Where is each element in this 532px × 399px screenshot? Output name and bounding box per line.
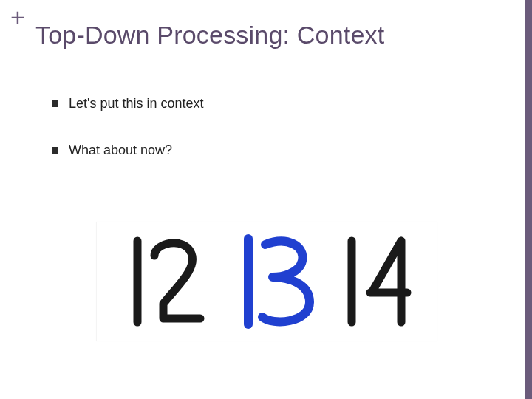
slide-accent-bar xyxy=(525,0,532,399)
context-numbers-figure xyxy=(96,222,437,341)
glyph-3-of-13 xyxy=(262,242,310,322)
glyph-2-of-12 xyxy=(154,243,200,318)
bullet-label: Let's put this in context xyxy=(69,96,204,112)
bullet-icon xyxy=(52,147,58,154)
list-item: Let's put this in context xyxy=(52,96,204,112)
glyph-4-of-14 xyxy=(370,241,407,322)
bullet-label: What about now? xyxy=(69,143,172,158)
list-item: What about now? xyxy=(52,143,204,158)
plus-icon: + xyxy=(10,4,25,30)
slide-title: Top-Down Processing: Context xyxy=(35,21,384,50)
bullet-list: Let's put this in context What about now… xyxy=(52,96,204,189)
bullet-icon xyxy=(52,100,58,107)
